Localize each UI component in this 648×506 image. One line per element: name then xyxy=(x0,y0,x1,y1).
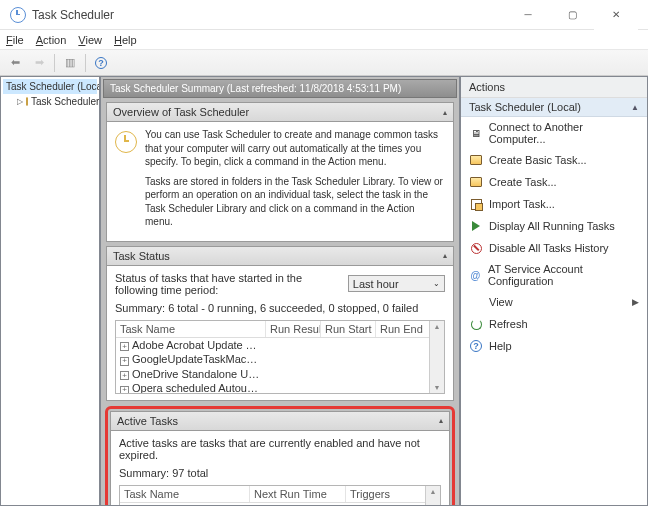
expand-icon[interactable]: ▷ xyxy=(17,97,23,106)
active-grid: Task Name Next Run Time Triggers Locatio… xyxy=(119,485,441,507)
toolbar: ⬅ ➡ ▥ ? xyxy=(0,50,648,76)
computer-icon: 🖥 xyxy=(469,126,483,140)
app-icon xyxy=(10,7,26,23)
task-icon xyxy=(469,153,483,167)
col-result[interactable]: Run Result xyxy=(266,321,321,337)
titlebar: Task Scheduler ─ ▢ ✕ xyxy=(0,0,648,30)
active-desc: Active tasks are tasks that are currentl… xyxy=(119,437,441,461)
action-import[interactable]: Import Task... xyxy=(461,193,647,215)
table-row[interactable]: +Opera scheduled Autoupdate 1... xyxy=(116,381,444,394)
action-create-basic[interactable]: Create Basic Task... xyxy=(461,149,647,171)
collapse-icon[interactable]: ▴ xyxy=(443,108,447,117)
help-icon: ? xyxy=(469,339,483,353)
show-hide-tree-button[interactable]: ▥ xyxy=(59,53,81,73)
status-header[interactable]: Task Status▴ xyxy=(106,246,454,266)
summary-header: Task Scheduler Summary (Last refreshed: … xyxy=(103,79,457,98)
col-end[interactable]: Run End xyxy=(376,321,431,337)
folder-icon xyxy=(26,97,28,106)
status-label: Status of tasks that have started in the… xyxy=(115,272,348,296)
status-panel: Task Status▴ Status of tasks that have s… xyxy=(106,246,454,401)
center-pane: Task Scheduler Summary (Last refreshed: … xyxy=(100,76,460,506)
back-button[interactable]: ⬅ xyxy=(4,53,26,73)
col-name[interactable]: Task Name xyxy=(116,321,266,337)
table-row[interactable]: +GoogleUpdateTaskMachineCor... xyxy=(116,352,444,367)
navigation-tree: Task Scheduler (Local) ▷ Task Scheduler … xyxy=(0,76,100,506)
tree-root[interactable]: Task Scheduler (Local) xyxy=(3,79,97,94)
col-next[interactable]: Next Run Time xyxy=(250,486,346,502)
forward-button[interactable]: ➡ xyxy=(28,53,50,73)
minimize-button[interactable]: ─ xyxy=(506,0,550,30)
period-dropdown[interactable]: Last hour⌄ xyxy=(348,275,445,292)
maximize-button[interactable]: ▢ xyxy=(550,0,594,30)
tree-child-library[interactable]: ▷ Task Scheduler Library xyxy=(3,94,97,109)
status-grid: Task Name Run Result Run Start Run End T… xyxy=(115,320,445,394)
collapse-icon[interactable]: ▴ xyxy=(443,251,447,260)
overview-header[interactable]: Overview of Task Scheduler▴ xyxy=(106,102,454,122)
menubar: File Action View Help xyxy=(0,30,648,50)
active-tasks-highlight: Active Tasks▴ Active tasks are tasks tha… xyxy=(105,406,455,507)
active-header[interactable]: Active Tasks▴ xyxy=(110,411,450,431)
clock-icon xyxy=(115,131,137,153)
action-view[interactable]: View▶ xyxy=(461,291,647,313)
run-icon xyxy=(469,219,483,233)
window-title: Task Scheduler xyxy=(32,8,114,22)
at-icon: @ xyxy=(469,268,482,282)
refresh-icon xyxy=(469,317,483,331)
action-disable-history[interactable]: Disable All Tasks History xyxy=(461,237,647,259)
actions-pane: Actions Task Scheduler (Local)▲ 🖥Connect… xyxy=(460,76,648,506)
table-row[interactable]: GoogleUpdateTaskMachineUA11/8/2018 5:24:… xyxy=(120,503,440,507)
collapse-icon[interactable]: ▴ xyxy=(439,416,443,425)
overview-panel: Overview of Task Scheduler▴ You can use … xyxy=(106,102,454,242)
scrollbar-vertical[interactable] xyxy=(425,486,440,507)
actions-subheader[interactable]: Task Scheduler (Local)▲ xyxy=(461,98,647,117)
col-name[interactable]: Task Name xyxy=(120,486,250,502)
action-connect[interactable]: 🖥Connect to Another Computer... xyxy=(461,117,647,149)
task-icon xyxy=(469,175,483,189)
disable-icon xyxy=(469,241,483,255)
overview-p1: You can use Task Scheduler to create and… xyxy=(145,128,445,169)
help-button[interactable]: ? xyxy=(90,53,112,73)
menu-view[interactable]: View xyxy=(78,34,102,46)
action-at-config[interactable]: @AT Service Account Configuration xyxy=(461,259,647,291)
active-panel: Active Tasks▴ Active tasks are tasks tha… xyxy=(110,411,450,507)
action-create-task[interactable]: Create Task... xyxy=(461,171,647,193)
import-icon xyxy=(469,197,483,211)
action-display-running[interactable]: Display All Running Tasks xyxy=(461,215,647,237)
menu-help[interactable]: Help xyxy=(114,34,137,46)
actions-title: Actions xyxy=(461,77,647,98)
view-icon xyxy=(469,295,483,309)
col-start[interactable]: Run Start xyxy=(321,321,376,337)
table-row[interactable]: +Adobe Acrobat Update Task (la... xyxy=(116,338,444,353)
table-row[interactable]: +OneDrive Standalone Update Ta... xyxy=(116,367,444,382)
scrollbar-vertical[interactable] xyxy=(429,321,444,393)
chevron-down-icon: ⌄ xyxy=(433,279,440,288)
overview-p2: Tasks are stored in folders in the Task … xyxy=(145,175,445,229)
menu-file[interactable]: File xyxy=(6,34,24,46)
collapse-icon[interactable]: ▲ xyxy=(631,103,639,112)
action-help[interactable]: ?Help xyxy=(461,335,647,357)
status-summary: Summary: 6 total - 0 running, 6 succeede… xyxy=(115,302,445,314)
submenu-arrow-icon: ▶ xyxy=(632,297,639,307)
active-summary: Summary: 97 total xyxy=(119,467,441,479)
menu-action[interactable]: Action xyxy=(36,34,67,46)
close-button[interactable]: ✕ xyxy=(594,0,638,30)
action-refresh[interactable]: Refresh xyxy=(461,313,647,335)
